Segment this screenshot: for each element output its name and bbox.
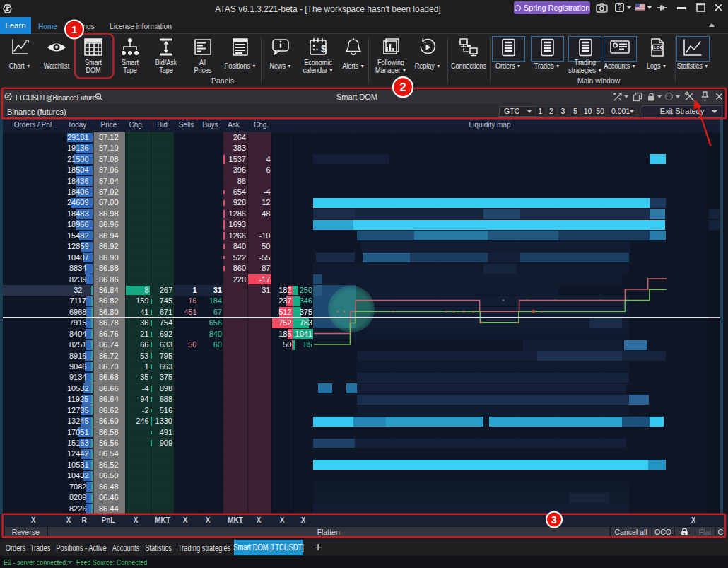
svg-text:LOG: LOG — [654, 45, 664, 50]
svg-text:$: $ — [321, 43, 327, 54]
